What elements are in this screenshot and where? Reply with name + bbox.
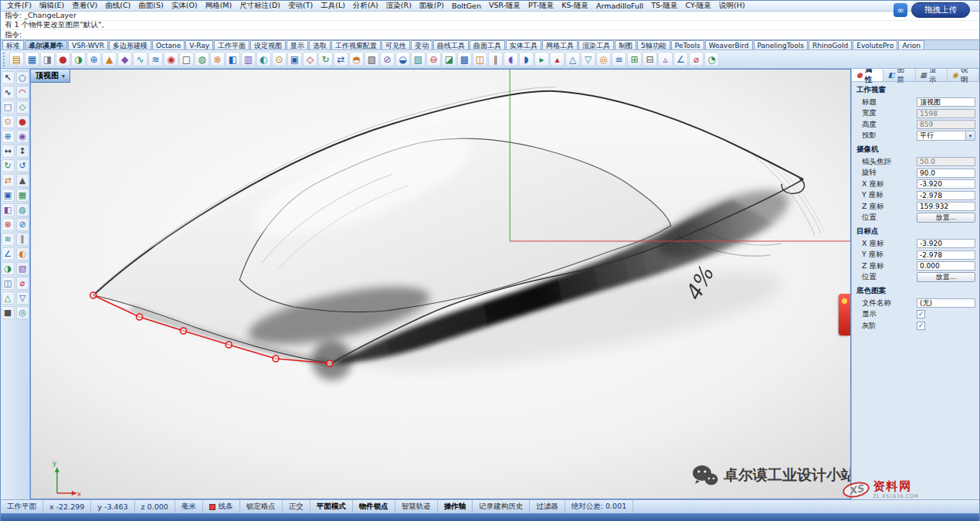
tool-icon[interactable]: ◑ [71,52,86,66]
tool-icon[interactable]: ∠ [2,247,15,260]
tool-icon[interactable]: ∿ [2,86,15,99]
tool-icon[interactable]: ⊙ [2,115,15,128]
wallpaper-show-checkbox[interactable] [917,310,925,318]
status-toggle[interactable]: 记录建构历史 [473,500,530,513]
viewport[interactable]: 4% [30,69,851,499]
tool-icon[interactable]: ⊖ [426,52,441,66]
tool-icon[interactable]: ↕ [16,145,29,158]
status-toggle[interactable]: 过滤器 [530,500,565,513]
viewport-title[interactable]: 顶视图 [31,70,70,83]
toolbar-tab[interactable]: 渲染工具 [578,40,614,49]
status-toggle[interactable]: 操作轴 [438,500,473,513]
tool-icon[interactable]: ◓ [349,52,364,66]
tool-icon[interactable]: ▧ [16,262,29,275]
toolbar-tab[interactable]: PeTools [671,40,704,49]
tool-icon[interactable]: ▦ [25,52,39,66]
tool-icon[interactable]: △ [2,291,15,305]
tool-icon[interactable]: ○ [16,71,29,84]
tool-icon[interactable]: ⊕ [2,130,15,143]
toolbar-tab[interactable]: 实体工具 [506,40,541,49]
tool-icon[interactable]: ◔ [704,52,719,66]
tool-icon[interactable]: ◫ [2,277,15,290]
tool-icon[interactable]: ⊞ [627,52,642,66]
tool-icon[interactable]: ● [56,52,70,66]
menu-item[interactable]: 变动(T) [284,1,317,11]
command-prompt[interactable]: 指令: [1,30,979,39]
toolbar-tab[interactable]: 网格工具 [542,40,578,49]
tool-icon[interactable]: ● [16,115,29,128]
tool-icon[interactable]: ∥ [16,233,29,246]
toolbar-grip[interactable] [3,53,6,66]
tool-icon[interactable]: ▥ [241,52,256,66]
toolbar-tab[interactable]: 多边形建模 [109,40,151,49]
status-toggle[interactable]: 平面模式 [310,500,353,513]
toolbar-tab[interactable]: 制图 [615,40,636,49]
tool-icon[interactable]: ◫ [473,52,487,66]
panel-tab[interactable]: ◧ 图层 [883,69,916,81]
menu-item[interactable]: TS-随意 [647,1,681,11]
menu-item[interactable]: CY-随意 [682,1,716,11]
viewport-canvas[interactable]: 4% [31,70,850,499]
tool-icon[interactable]: ▤ [9,52,24,66]
menu-item[interactable]: 说明(H) [715,1,749,11]
tool-icon[interactable]: ⊟ [643,52,657,66]
tool-icon[interactable]: ↻ [318,52,333,66]
toolbar-tab[interactable]: 曲面工具 [470,40,505,49]
tool-icon[interactable]: □ [179,52,194,66]
tool-icon[interactable]: ◇ [303,52,317,66]
rotation-input[interactable]: 90.0 [917,169,975,178]
tool-icon[interactable]: ◎ [596,52,611,66]
menu-item[interactable]: 尺寸标注(D) [236,1,284,11]
command-area[interactable]: 指令: _ChangeLayer有 1 个物件更改至图层"默认"。 指令: [1,12,979,40]
panel-tab[interactable]: ◉ 说明 [948,69,979,81]
tool-icon[interactable]: ◑ [2,262,15,275]
toolbar-tab[interactable]: PanelingTools [754,40,808,49]
tool-icon[interactable]: ◍ [16,203,29,216]
tool-icon[interactable]: ⌀ [16,277,29,290]
camera-x-input[interactable]: -3.920 [917,179,975,189]
tool-icon[interactable]: ◐ [256,52,271,66]
toolbar-tab[interactable]: 工作平面 [214,40,249,49]
toolbar-tab[interactable]: 选取 [309,40,331,49]
tool-icon[interactable]: ▣ [287,52,302,66]
projection-select[interactable]: 平行 [917,131,975,141]
tool-icon[interactable]: ◖ [504,52,518,66]
tool-icon[interactable]: ≋ [2,233,15,246]
menu-item[interactable]: 编辑(E) [36,1,68,11]
toolbar-tab[interactable]: 可见性 [381,40,410,49]
toolbar-tab[interactable]: Arion [898,40,924,49]
panel-tab[interactable]: ● 属性 [852,69,883,81]
tool-icon[interactable]: ▨ [411,52,426,66]
menu-item[interactable]: KS-随意 [558,1,592,11]
tool-icon[interactable]: ◎ [16,306,29,319]
tool-icon[interactable]: ∿ [133,52,148,66]
drag-upload-button[interactable]: 拖拽上传 [911,2,970,18]
tool-icon[interactable]: ↖ [2,71,15,84]
menu-item[interactable]: 面板(P) [415,1,448,11]
tool-icon[interactable]: ⊗ [210,52,225,66]
wallpaper-filename-input[interactable]: (无) [917,298,975,308]
tool-icon[interactable]: ◍ [195,52,209,66]
menu-item[interactable]: 分析(A) [349,1,382,11]
tool-icon[interactable]: ⇄ [2,174,15,187]
menu-item[interactable]: 曲面(S) [134,1,167,11]
tool-icon[interactable]: ▧ [365,52,379,66]
tool-icon[interactable]: ⇄ [334,52,348,66]
units-pane[interactable]: 毫米 [175,500,203,513]
tool-icon[interactable]: ∠ [673,52,688,66]
toolbar-tab[interactable]: 显示 [287,40,308,49]
tool-icon[interactable]: ▴ [550,52,565,66]
toolbar-tab[interactable]: RhinoGold [809,40,852,49]
tool-icon[interactable]: ◉ [16,130,29,143]
toolbar-tab[interactable]: 设定视图 [250,40,286,49]
tool-icon[interactable]: ⌀ [689,52,704,66]
status-toggle[interactable]: 锁定格点 [240,500,283,513]
tool-icon[interactable]: ◨ [40,52,55,66]
panel-tab[interactable]: ▦ 显示 [916,69,948,81]
chevron-down-icon[interactable] [965,131,975,140]
tool-icon[interactable]: ▽ [581,52,595,66]
toolbar-tab[interactable]: WeaverBird [705,40,753,49]
tool-icon[interactable]: ⊘ [380,52,395,66]
toolbar-tab[interactable]: VSR-WVR [68,40,108,49]
tool-icon[interactable]: ⊕ [86,52,101,66]
